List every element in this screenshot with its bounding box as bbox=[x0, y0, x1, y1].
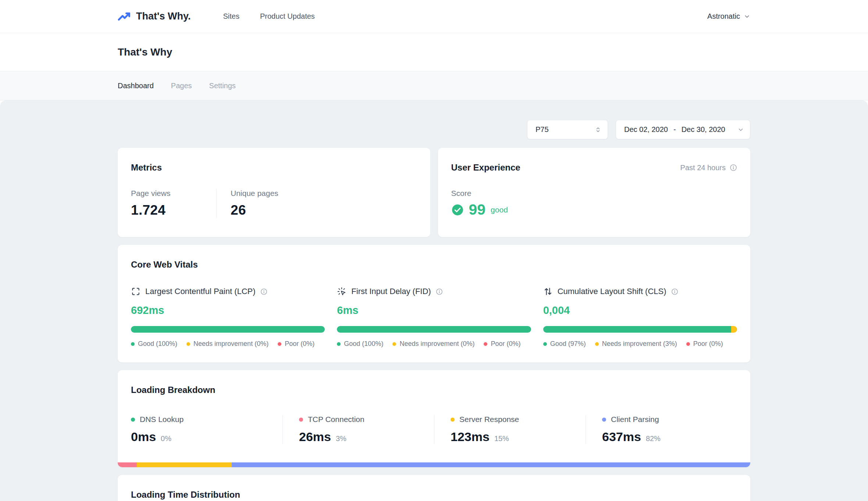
chevron-down-icon bbox=[737, 126, 744, 133]
phase-value: 123ms bbox=[451, 430, 490, 444]
phase-header: TCP Connection bbox=[299, 415, 434, 424]
bar-segment-server bbox=[137, 462, 232, 467]
legend-label: Needs improvement (0%) bbox=[399, 340, 474, 348]
phase-header: DNS Lookup bbox=[131, 415, 282, 424]
date-range-picker[interactable]: Dec 02, 2020 - Dec 30, 2020 bbox=[616, 120, 750, 139]
date-range-value: Dec 02, 2020 - Dec 30, 2020 bbox=[624, 125, 725, 134]
score-label: Score bbox=[451, 189, 737, 198]
vital-fid: First Input Delay (FID) 6ms bbox=[337, 287, 531, 348]
legend-label: Poor (0%) bbox=[491, 340, 520, 348]
core-web-vitals-card: Core Web Vitals Largest Contentful Paint… bbox=[118, 245, 750, 362]
stat-unique-pages: Unique pages 26 bbox=[217, 189, 278, 218]
phase-percent: 82% bbox=[646, 434, 661, 443]
info-icon[interactable] bbox=[436, 288, 443, 295]
info-icon[interactable] bbox=[260, 288, 267, 295]
score-rating: good bbox=[491, 205, 508, 214]
legend-item-needs-improvement: Needs improvement (3%) bbox=[595, 340, 677, 348]
metrics-stats: Page views 1.724 Unique pages 26 bbox=[131, 189, 417, 218]
bar-segment-good bbox=[337, 326, 531, 333]
phase-percent: 15% bbox=[494, 434, 509, 443]
legend-label: Good (100%) bbox=[138, 340, 177, 348]
nav-link-product-updates[interactable]: Product Updates bbox=[260, 12, 315, 21]
phase-values: 26ms 3% bbox=[299, 430, 434, 444]
legend-label: Good (97%) bbox=[550, 340, 586, 348]
account-name: Astronatic bbox=[707, 12, 740, 21]
percentile-select[interactable]: P75 bbox=[527, 120, 608, 139]
period-label: Past 24 hours bbox=[680, 164, 726, 172]
vital-cls: Cumulative Layout Shift (CLS) 0,004 bbox=[543, 287, 737, 348]
vitals-grid: Largest Contentful Paint (LCP) 692ms bbox=[131, 287, 737, 348]
phase-label: Server Response bbox=[459, 415, 519, 424]
phase-label: TCP Connection bbox=[308, 415, 364, 424]
dashboard-content: P75 Dec 02, 2020 - Dec 30, 2020 bbox=[0, 100, 868, 501]
vital-legend: Good (100%) Needs improvement (0%) Poor … bbox=[337, 340, 531, 348]
legend-label: Needs improvement (3%) bbox=[602, 340, 677, 348]
brand-logo[interactable]: That's Why. bbox=[118, 11, 191, 22]
date-end: Dec 30, 2020 bbox=[682, 125, 725, 134]
breakdown-stacked-bar bbox=[118, 462, 750, 467]
good-dot bbox=[337, 342, 341, 346]
phase-tcp-connection: TCP Connection 26ms 3% bbox=[282, 415, 434, 444]
poor-dot bbox=[484, 342, 487, 346]
date-start: Dec 02, 2020 bbox=[624, 125, 668, 134]
tab-bar: Dashboard Pages Settings bbox=[0, 71, 868, 100]
phase-server-response: Server Response 123ms 15% bbox=[434, 415, 586, 444]
phase-values: 123ms 15% bbox=[451, 430, 586, 444]
phase-dns-lookup: DNS Lookup 0ms 0% bbox=[131, 415, 282, 444]
metrics-card: Metrics Page views 1.724 Unique pages 26 bbox=[118, 148, 430, 237]
vital-name: First Input Delay (FID) bbox=[351, 287, 431, 296]
poor-dot bbox=[686, 342, 690, 346]
vital-legend: Good (100%) Needs improvement (0%) Poor … bbox=[131, 340, 325, 348]
stat-page-views: Page views 1.724 bbox=[131, 189, 217, 218]
legend-label: Needs improvement (0%) bbox=[193, 340, 268, 348]
frame-corners-icon bbox=[131, 287, 140, 296]
user-experience-header: User Experience Past 24 hours bbox=[451, 162, 737, 173]
date-separator: - bbox=[673, 125, 676, 134]
stat-value: 26 bbox=[231, 203, 278, 218]
vital-value: 692ms bbox=[131, 304, 325, 316]
bar-segment-tcp bbox=[118, 462, 137, 467]
info-icon[interactable] bbox=[671, 288, 678, 295]
account-menu[interactable]: Astronatic bbox=[707, 12, 750, 21]
score-value: 99 bbox=[469, 201, 486, 218]
loading-breakdown-title: Loading Breakdown bbox=[131, 385, 737, 395]
cursor-click-icon bbox=[337, 287, 346, 296]
needs-improvement-dot bbox=[186, 342, 190, 346]
top-cards-row: Metrics Page views 1.724 Unique pages 26… bbox=[118, 148, 750, 237]
phase-values: 637ms 82% bbox=[602, 430, 737, 444]
info-icon[interactable] bbox=[730, 164, 737, 171]
check-circle-icon bbox=[451, 204, 464, 216]
filter-row: P75 Dec 02, 2020 - Dec 30, 2020 bbox=[118, 120, 750, 139]
vital-header: First Input Delay (FID) bbox=[337, 287, 531, 296]
phase-values: 0ms 0% bbox=[131, 430, 282, 444]
legend-label: Poor (0%) bbox=[285, 340, 314, 348]
percentile-value: P75 bbox=[536, 125, 549, 134]
vital-value: 0,004 bbox=[543, 304, 737, 316]
legend-item-needs-improvement: Needs improvement (0%) bbox=[392, 340, 474, 348]
loading-time-distribution-title: Loading Time Distribution bbox=[131, 490, 737, 500]
vital-name: Largest Contentful Paint (LCP) bbox=[145, 287, 256, 296]
phases-grid: DNS Lookup 0ms 0% TCP Connection bbox=[131, 415, 737, 444]
trending-up-logo-icon bbox=[118, 11, 131, 21]
vital-progress-bar bbox=[543, 326, 737, 333]
past-24-hours: Past 24 hours bbox=[680, 164, 737, 172]
vital-legend: Good (97%) Needs improvement (3%) Poor (… bbox=[543, 340, 737, 348]
tab-settings[interactable]: Settings bbox=[209, 82, 236, 90]
select-stepper-icon bbox=[594, 126, 602, 133]
bar-segment-needs-improvement bbox=[731, 326, 737, 333]
needs-improvement-dot bbox=[595, 342, 599, 346]
user-experience-title: User Experience bbox=[451, 162, 520, 173]
vital-lcp: Largest Contentful Paint (LCP) 692ms bbox=[131, 287, 325, 348]
legend-item-poor: Poor (0%) bbox=[686, 340, 723, 348]
tab-pages[interactable]: Pages bbox=[171, 82, 192, 90]
phase-label: DNS Lookup bbox=[140, 415, 184, 424]
bar-segment-client bbox=[232, 462, 750, 467]
core-web-vitals-title: Core Web Vitals bbox=[131, 260, 737, 270]
nav-link-sites[interactable]: Sites bbox=[223, 12, 239, 21]
phase-dot bbox=[299, 418, 303, 422]
vital-progress-bar bbox=[337, 326, 531, 333]
tab-dashboard[interactable]: Dashboard bbox=[118, 82, 154, 90]
good-dot bbox=[131, 342, 135, 346]
phase-client-parsing: Client Parsing 637ms 82% bbox=[586, 415, 737, 444]
legend-label: Poor (0%) bbox=[693, 340, 723, 348]
